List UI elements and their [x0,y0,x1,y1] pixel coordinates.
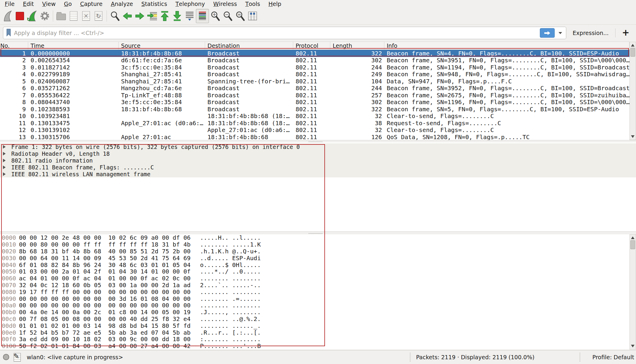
packet-row-6[interactable]: 60.035271262Hangzhou_cd:7a:6eBroadcast80… [0,85,629,92]
menu-telephony[interactable]: Telephony [171,0,209,8]
hex-row-00d0[interactable]: 00d001 01 01 02 01 00 03 14 98 d8 bd b4 … [0,322,629,329]
column-header-destination[interactable]: Destination [205,42,293,50]
restart-capture-button[interactable]: ↻ [26,9,39,23]
expander-triangle-icon[interactable] [3,152,6,155]
hex-bytes[interactable]: 50 f2 02 01 01 84 00 03 a4 00 00 27 a4 0… [19,342,188,349]
hex-row-00c0[interactable]: 00c000 7f 08 05 00 08 00 00 00 00 40 dd … [0,316,629,322]
menu-tools[interactable]: Tools [241,0,264,8]
expander-triangle-icon[interactable] [3,172,6,176]
packet-row-5[interactable]: 50.024060087Shanghai_27:85:41Spanning-tr… [0,78,629,85]
expander-triangle-icon[interactable] [3,145,6,149]
scroll-down-icon[interactable] [631,135,635,138]
menu-view[interactable]: View [38,0,60,8]
hex-ascii[interactable]: :....... ........ [200,336,261,343]
column-header-time[interactable]: Time [28,42,119,50]
hex-row-0080[interactable]: 008019 17 ff ff ff 00 00 00 00 00 00 00 … [0,288,629,295]
filter-history-caret-icon[interactable] [559,32,562,34]
hex-ascii[interactable]: 2....`.. .....-.. [200,282,261,289]
open-capture-file-button[interactable] [55,9,67,23]
hex-bytes[interactable]: 00 00 00 00 00 00 00 00 00 3d 16 01 08 0… [19,295,188,302]
zoom-reset-button[interactable]: = [234,9,246,23]
display-filter-input[interactable]: Apply a display filter ... <Ctrl-/> [3,27,566,39]
hex-ascii[interactable]: ..d..... ESP-Audi [200,255,261,262]
column-header-length[interactable]: Length [330,42,384,50]
hex-row-00e0[interactable]: 00e01f 52 b4 b5 b7 72 ae e5 5b ab 3a ed … [0,329,629,336]
menu-help[interactable]: Help [264,0,285,8]
auto-scroll-live-button[interactable] [183,9,196,23]
packet-row-12[interactable]: 120.130139102Apple_27:01:ac (d0:a6:…802.… [0,127,629,134]
hex-row-0050[interactable]: 005001 03 00 00 2a 01 04 2f 01 04 30 14 … [0,268,629,275]
hex-ascii[interactable]: ........ ..@.%.2. [200,315,261,322]
go-last-packet-button[interactable] [171,9,183,23]
expander-triangle-icon[interactable] [3,166,6,169]
hex-row-0020[interactable]: 00208b 68 18 31 bf 4b 8b 68 40 00 85 51 … [0,248,629,255]
packet-row-2[interactable]: 20.002654354d6:61:fe:cd:7a:6eBroadcast80… [0,57,629,64]
hex-bytes[interactable]: 32 04 0c 12 18 60 0b 05 03 00 1a 00 00 2… [19,282,188,289]
close-capture-file-button[interactable]: ✕ [80,9,92,23]
scroll-up-icon[interactable] [631,44,635,47]
hex-ascii[interactable]: ........ ......_. [200,322,261,329]
zoom-out-button[interactable]: − [221,9,234,23]
hex-ascii[interactable]: .h.1.K.h @..Q-u+. [200,248,261,255]
column-header-protocol[interactable]: Protocol [293,42,330,50]
hex-ascii[interactable]: ........ .....1.K [200,241,261,248]
hex-row-00b0[interactable]: 00b000 4a 0e 14 00 0a 00 2c 01 c8 00 14 … [0,309,629,316]
go-back-button[interactable] [121,9,134,23]
detail-row-3[interactable]: IEEE 802.11 Beacon frame, Flags: .......… [0,164,636,171]
stop-capture-button[interactable] [14,9,26,23]
scroll-thumb[interactable] [630,48,635,57]
packet-row-4[interactable]: 40.022799189Shanghai_27:85:41Broadcast80… [0,71,629,78]
hex-row-0070[interactable]: 007032 04 0c 12 18 60 0b 05 03 00 1a 00 … [0,282,629,289]
menu-capture[interactable]: Capture [76,0,107,8]
expander-triangle-icon[interactable] [3,159,6,162]
hex-bytes[interactable]: 00 00 64 00 11 14 00 09 45 53 50 2d 41 7… [19,255,188,262]
hex-bytes[interactable]: 00 00 00 00 00 00 00 00 00 00 00 00 00 0… [19,302,188,309]
scroll-thumb[interactable] [630,240,635,249]
go-to-packet-button[interactable] [146,9,158,23]
hex-row-00a0[interactable]: 00a000 00 00 00 00 00 00 00 00 00 00 00 … [0,302,629,309]
menu-analyze[interactable]: Analyze [107,0,137,8]
hex-row-0090[interactable]: 009000 00 00 00 00 00 00 00 00 3d 16 01 … [0,295,629,302]
packet-bytes-scrollbar[interactable] [629,234,636,349]
apply-filter-button[interactable] [540,28,555,38]
menu-wireless[interactable]: Wireless [209,0,241,8]
hex-bytes[interactable]: 8b 68 18 31 bf 4b 8b 68 40 00 85 51 2d 7… [19,248,188,255]
expression-button[interactable]: Expression... [571,30,610,36]
add-filter-button[interactable]: + [620,27,633,39]
colorize-packets-button[interactable] [196,9,209,23]
hex-ascii[interactable]: .R...r.. [.:...[. [200,329,261,336]
hex-ascii[interactable]: ........ .=...... [200,295,261,302]
hex-bytes[interactable]: 00 4a 0e 14 00 0a 00 2c 01 c8 00 14 00 0… [19,309,188,316]
hex-ascii[interactable]: ....*../ ..0..... [200,268,261,275]
hex-ascii[interactable]: ........ ........ [200,288,261,295]
packet-row-10[interactable]: 100.10392348118:31:bf:4b:8b:68 (18:…802.… [0,113,629,120]
hex-row-0040[interactable]: 00406f 01 08 82 84 8b 96 24 30 48 6c 03 … [0,261,629,268]
menu-file[interactable]: File [1,0,19,8]
save-capture-file-button[interactable] [67,9,80,23]
hex-bytes[interactable]: 01 01 01 02 01 00 03 14 98 d8 bd b4 15 8… [19,322,188,329]
zoom-in-button[interactable]: + [209,9,221,23]
menu-statistics[interactable]: Statistics [137,0,171,8]
packet-row-1[interactable]: 10.00000000018:31:bf:4b:8b:68Broadcast80… [0,50,629,57]
filter-bookmark-icon[interactable] [6,28,11,38]
column-header-info[interactable]: Info [384,42,629,50]
detail-row-1[interactable]: Radiotap Header v0, Length 18 [0,150,636,157]
hex-ascii[interactable]: o......$ 0Hl..... [200,261,261,268]
hex-row-0010[interactable]: 001000 00 80 00 00 00 ff ff ff ff ff ff … [0,241,629,248]
hex-bytes[interactable]: 19 17 ff ff ff 00 00 00 00 00 00 00 00 0… [19,288,188,295]
find-packet-button[interactable] [109,9,121,23]
hex-row-0030[interactable]: 003000 00 64 00 11 14 00 09 45 53 50 2d … [0,255,629,261]
column-header-no[interactable]: No. [0,42,28,50]
hex-bytes[interactable]: 00 00 80 00 00 00 ff ff ff ff ff ff 18 3… [19,241,188,248]
detail-row-0[interactable]: Frame 1: 322 bytes on wire (2576 bits), … [0,143,636,150]
menu-edit[interactable]: Edit [19,0,38,8]
hex-row-0060[interactable]: 0060ac 04 01 00 00 0f ac 04 01 00 00 0f … [0,275,629,282]
hex-bytes[interactable]: 01 03 00 00 2a 01 04 2f 01 04 30 14 01 0… [19,268,188,275]
hex-row-0100[interactable]: 010050 f2 02 01 01 84 00 03 a4 00 00 27 … [0,343,629,349]
hex-bytes[interactable]: 1f 52 b4 b5 b7 72 ae e5 5b ab 3a ed 07 0… [19,329,188,336]
column-header-source[interactable]: Source [119,42,205,50]
hex-ascii[interactable]: ........ ........ [200,275,261,282]
go-forward-button[interactable] [134,9,146,23]
detail-row-4[interactable]: IEEE 802.11 wireless LAN management fram… [0,171,636,177]
hex-ascii[interactable]: P....... ...'...B [200,342,261,349]
